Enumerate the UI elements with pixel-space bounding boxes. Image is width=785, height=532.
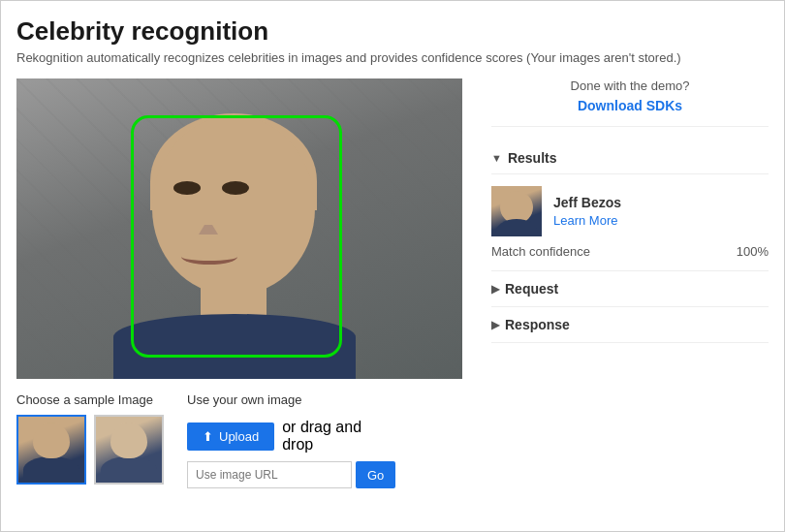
sample-thumb-2[interactable] [94,415,164,485]
main-layout: Choose a sample Image [16,78,769,488]
download-sdks-link[interactable]: Download SDKs [578,98,682,113]
request-section: ▶ Request [491,271,769,307]
upload-button[interactable]: ⬆ Upload [187,422,274,451]
confidence-row: Match confidence 100% [491,244,769,259]
response-section: ▶ Response [491,307,769,343]
url-input[interactable] [187,461,352,488]
eye-right [222,181,249,195]
page-title: Celebrity recognition [16,16,769,47]
thumb1-face [18,417,84,483]
thumb2-body [101,456,157,483]
results-content: Jeff Bezos Learn More Match confidence 1… [491,174,769,271]
mouth [181,249,237,265]
or-drag-drop: or drag and drop [282,419,361,454]
body [113,314,356,379]
request-label: Request [505,281,558,297]
thumb1-body [23,456,79,483]
url-row: Go [187,461,395,488]
drop-text: drop [282,436,313,453]
upload-icon: ⬆ [203,429,213,444]
response-label: Response [505,317,570,332]
samples-section: Choose a sample Image [16,392,462,488]
sample-thumb-1[interactable] [16,415,86,485]
eye-left [173,181,201,195]
celeb-thumb-body [495,219,538,236]
thumb2-face [96,417,162,483]
own-image-section: Use your own image ⬆ Upload or drag and … [187,392,395,488]
face-background [16,78,462,379]
match-label: Match confidence [491,244,590,259]
go-button[interactable]: Go [356,461,395,488]
choose-sample-group: Choose a sample Image [16,392,164,485]
thumb2-head [110,422,147,458]
page-subtitle: Rekognition automatically recognizes cel… [16,50,769,65]
celebrity-row: Jeff Bezos Learn More [491,186,769,236]
upload-label: Upload [219,429,259,444]
nose [199,207,218,235]
celebrity-name: Jeff Bezos [553,195,621,210]
head-oval [152,115,315,295]
thumb1-head [33,422,70,458]
choose-label: Choose a sample Image [16,392,164,407]
celeb-thumbnail [491,186,542,236]
right-panel: Done with the demo? Download SDKs ▼ Resu… [482,78,769,488]
response-header[interactable]: ▶ Response [491,307,769,342]
results-section-header[interactable]: ▼ Results [491,142,769,174]
upload-row: ⬆ Upload or drag and drop [187,419,395,454]
match-value: 100% [737,244,769,259]
app-window: Celebrity recognition Rekognition automa… [0,0,785,532]
done-text: Done with the demo? [491,78,769,93]
response-arrow-icon: ▶ [491,319,499,331]
learn-more-link[interactable]: Learn More [553,213,621,228]
main-image-container [16,78,462,379]
results-label: Results [508,150,557,166]
left-panel: Choose a sample Image [16,78,462,488]
face-shape [123,106,346,377]
own-image-label: Use your own image [187,392,395,407]
request-header[interactable]: ▶ Request [491,271,769,306]
request-arrow-icon: ▶ [491,283,499,296]
sample-images [16,415,164,485]
celeb-info: Jeff Bezos Learn More [553,195,621,228]
results-arrow-icon: ▼ [491,152,502,164]
sdk-section: Done with the demo? Download SDKs [491,78,769,127]
or-text: or drag and [282,419,361,435]
